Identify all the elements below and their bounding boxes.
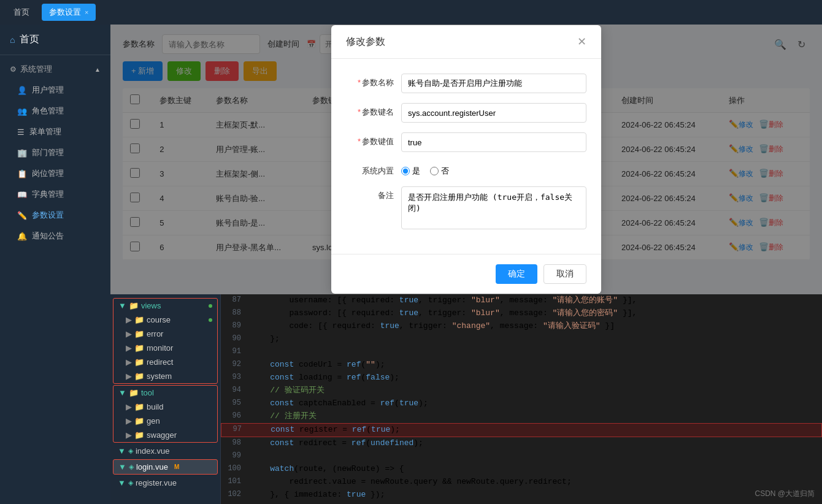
admin-sidebar: ⌂ 首页 ⚙ 系统管理 ▲ 👤 用户管理 👥 角色管理 ☰ 菜单管理 🏢 xyxy=(0,25,110,504)
builtin-radio-group: 是 否 xyxy=(401,162,449,177)
tree-item-monitor[interactable]: ▶ 📁 monitor xyxy=(113,341,217,355)
line-code: watch(route, (newRoute) => { xyxy=(248,463,822,476)
redirect-label: redirect xyxy=(147,357,173,367)
tree-item-error[interactable]: ▶ 📁 error xyxy=(113,327,217,341)
tree-item-swagger[interactable]: ▶ 📁 swagger xyxy=(113,428,217,442)
line-number: 102 xyxy=(221,489,248,502)
cancel-button[interactable]: 取消 xyxy=(544,264,586,284)
radio-yes-text: 是 xyxy=(412,166,420,177)
form-item-builtin: 系统内置 是 否 xyxy=(346,162,586,177)
code-line: 88 password: [{ required: true, trigger:… xyxy=(221,307,822,320)
tree-item-redirect[interactable]: ▶ 📁 redirect xyxy=(113,355,217,369)
sidebar-item-dict[interactable]: 📖 字典管理 xyxy=(0,184,110,205)
arrow-down-icon-login: ▼ xyxy=(118,462,126,472)
code-line: 94 // 验证码开关 xyxy=(221,384,822,397)
tree-item-gen[interactable]: ▶ 📁 gen xyxy=(113,414,217,428)
right-panel: 参数名称 创建时间 📅 — 🔍 ↻ xyxy=(110,25,822,504)
form-label-key: 参数键名 xyxy=(346,103,401,118)
build-label: build xyxy=(147,402,163,411)
line-code: }, { immediate: true }); xyxy=(248,489,822,502)
code-line: 97 const register = ref(true); xyxy=(221,423,822,437)
dot-green-course xyxy=(209,318,212,322)
line-code: const redirect = ref(undefined); xyxy=(248,437,822,450)
tree-item-tool[interactable]: ▼ 📁 tool xyxy=(113,386,217,400)
sidebar-item-params[interactable]: ✏️ 参数设置 xyxy=(0,205,110,226)
tab-home[interactable]: 首页 xyxy=(6,4,37,21)
line-code: // 验证码开关 xyxy=(248,384,822,397)
tree-item-course[interactable]: ▶ 📁 course xyxy=(113,313,217,327)
redirect-folder-icon: 📁 xyxy=(134,357,144,367)
form-item-key: 参数键名 xyxy=(346,103,586,123)
index-vue-label: index.vue xyxy=(136,446,170,456)
tree-item-index-vue[interactable]: ▼ ◈ index.vue xyxy=(113,444,218,458)
arrow-down-icon-tool: ▼ xyxy=(118,388,126,397)
gen-label: gen xyxy=(147,416,160,426)
tree-item-views[interactable]: ▼ 📁 views xyxy=(113,299,217,313)
code-line: 90 }; xyxy=(221,333,822,346)
sidebar-item-post[interactable]: 📋 岗位管理 xyxy=(0,163,110,184)
tree-item-system[interactable]: ▶ 📁 system xyxy=(113,369,217,383)
sidebar-dept-label: 部门管理 xyxy=(32,147,64,158)
code-line: 99 xyxy=(221,450,822,463)
tool-folder-group: ▼ 📁 tool ▶ 📁 build ▶ 📁 gen xyxy=(113,385,218,443)
sidebar-item-user[interactable]: 👤 用户管理 xyxy=(0,80,110,101)
sidebar-menu-label: 菜单管理 xyxy=(29,126,61,137)
sidebar-item-notice[interactable]: 🔔 通知公告 xyxy=(0,226,110,246)
line-number: 87 xyxy=(221,294,248,307)
line-number: 91 xyxy=(221,346,248,359)
user-icon: 👤 xyxy=(17,86,27,95)
param-key-input[interactable] xyxy=(401,103,586,123)
radio-yes[interactable] xyxy=(401,167,410,175)
error-label: error xyxy=(147,329,163,338)
arrow-right-icon-swagger: ▶ xyxy=(126,430,132,440)
index-vue-icon: ◈ xyxy=(128,447,133,455)
tree-item-register-vue[interactable]: ▼ ◈ register.vue xyxy=(113,476,218,490)
form-label-value: 参数键值 xyxy=(346,132,401,147)
arrow-right-icon-error: ▶ xyxy=(126,329,132,338)
arrow-down-icon-register: ▼ xyxy=(118,478,126,487)
sidebar-item-menu[interactable]: ☰ 菜单管理 xyxy=(0,121,110,142)
modal-title: 修改参数 xyxy=(346,36,385,48)
sidebar-role-label: 角色管理 xyxy=(32,105,64,116)
dept-icon: 🏢 xyxy=(17,148,27,158)
sidebar-item-dept[interactable]: 🏢 部门管理 xyxy=(0,142,110,163)
confirm-button[interactable]: 确定 xyxy=(496,264,537,284)
cancel-button-label: 取消 xyxy=(556,269,574,278)
dot-green-views xyxy=(209,304,212,308)
notice-icon: 🔔 xyxy=(17,232,27,241)
radio-no-label[interactable]: 否 xyxy=(430,166,449,177)
tree-item-build[interactable]: ▶ 📁 build xyxy=(113,400,217,414)
modal-close-button[interactable]: ✕ xyxy=(577,35,586,48)
line-number: 96 xyxy=(221,410,248,423)
course-label: course xyxy=(147,315,171,324)
register-vue-label: register.vue xyxy=(136,478,177,487)
sidebar-item-role[interactable]: 👥 角色管理 xyxy=(0,101,110,121)
param-name-input[interactable] xyxy=(401,74,586,93)
gen-folder-icon: 📁 xyxy=(134,416,144,426)
line-number: 88 xyxy=(221,307,248,320)
params-icon: ✏️ xyxy=(17,211,27,220)
code-line: 100 watch(route, (newRoute) => { xyxy=(221,463,822,476)
tab-close-icon[interactable]: × xyxy=(85,9,88,16)
sidebar-system-label: 系统管理 xyxy=(20,64,52,75)
remark-textarea[interactable] xyxy=(401,186,586,229)
radio-no[interactable] xyxy=(430,167,439,175)
tree-item-login-vue[interactable]: ▼ ◈ login.vue M xyxy=(113,459,218,475)
line-code: redirect.value = newRoute.query && newRo… xyxy=(248,476,822,489)
line-code: code: [{ required: true, trigger: "chang… xyxy=(248,320,822,333)
line-number: 99 xyxy=(221,450,248,463)
code-content: 87 username: [{ required: true, trigger:… xyxy=(221,294,822,504)
param-value-input[interactable] xyxy=(401,132,586,152)
line-number: 101 xyxy=(221,476,248,489)
sidebar-system-group[interactable]: ⚙ 系统管理 ▲ xyxy=(0,59,110,80)
line-number: 94 xyxy=(221,384,248,397)
monitor-label: monitor xyxy=(147,343,173,353)
line-code: // 注册开关 xyxy=(248,410,822,423)
radio-yes-label[interactable]: 是 xyxy=(401,166,420,177)
line-code: const loading = ref(false); xyxy=(248,372,822,384)
register-vue-icon: ◈ xyxy=(128,479,133,487)
tab-params[interactable]: 参数设置 × xyxy=(42,4,96,21)
arrow-right-icon-redirect: ▶ xyxy=(126,357,132,367)
sidebar-home-header[interactable]: ⌂ 首页 xyxy=(0,25,110,55)
sidebar-section-system: ⚙ 系统管理 ▲ 👤 用户管理 👥 角色管理 ☰ 菜单管理 🏢 部门管理 📋 xyxy=(0,55,110,250)
